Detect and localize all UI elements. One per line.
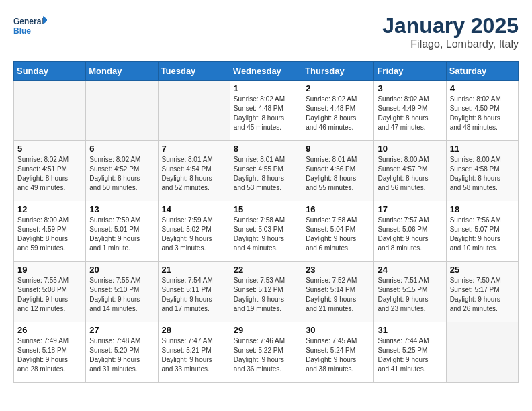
calendar-cell: 2Sunrise: 8:02 AM Sunset: 4:48 PM Daylig… — [302, 81, 374, 141]
day-number: 15 — [234, 204, 298, 214]
day-number: 29 — [234, 325, 298, 335]
day-info: Sunrise: 8:01 AM Sunset: 4:54 PM Dayligh… — [162, 155, 226, 193]
calendar-cell: 12Sunrise: 8:00 AM Sunset: 4:59 PM Dayli… — [14, 201, 86, 262]
weekday-header: Wednesday — [230, 62, 302, 81]
day-info: Sunrise: 7:44 AM Sunset: 5:25 PM Dayligh… — [378, 336, 442, 374]
logo-svg: General Blue — [13, 13, 47, 40]
calendar-cell: 10Sunrise: 8:00 AM Sunset: 4:57 PM Dayli… — [374, 141, 446, 201]
day-info: Sunrise: 7:56 AM Sunset: 5:07 PM Dayligh… — [450, 216, 515, 253]
calendar-cell: 30Sunrise: 7:45 AM Sunset: 5:24 PM Dayli… — [302, 322, 374, 383]
day-info: Sunrise: 7:58 AM Sunset: 5:04 PM Dayligh… — [306, 216, 370, 253]
day-number: 8 — [234, 144, 298, 154]
day-info: Sunrise: 8:02 AM Sunset: 4:48 PM Dayligh… — [306, 95, 370, 132]
day-number: 10 — [378, 144, 442, 154]
day-info: Sunrise: 8:01 AM Sunset: 4:55 PM Dayligh… — [234, 155, 298, 193]
day-info: Sunrise: 7:54 AM Sunset: 5:11 PM Dayligh… — [162, 276, 226, 314]
day-number: 16 — [306, 204, 370, 214]
calendar-cell: 28Sunrise: 7:47 AM Sunset: 5:21 PM Dayli… — [158, 322, 230, 383]
day-info: Sunrise: 7:50 AM Sunset: 5:17 PM Dayligh… — [450, 276, 515, 314]
weekday-header: Tuesday — [158, 62, 230, 81]
calendar-cell: 13Sunrise: 7:59 AM Sunset: 5:01 PM Dayli… — [86, 201, 158, 262]
calendar-subtitle: Filago, Lombardy, Italy — [382, 38, 519, 50]
day-number: 3 — [378, 83, 442, 93]
day-number: 26 — [17, 325, 82, 335]
weekday-header: Sunday — [14, 62, 86, 81]
calendar-cell: 17Sunrise: 7:57 AM Sunset: 5:06 PM Dayli… — [374, 201, 446, 262]
weekday-header: Thursday — [302, 62, 374, 81]
day-info: Sunrise: 8:02 AM Sunset: 4:48 PM Dayligh… — [234, 95, 298, 132]
day-number: 18 — [450, 204, 515, 214]
day-number: 24 — [378, 265, 442, 275]
day-info: Sunrise: 7:49 AM Sunset: 5:18 PM Dayligh… — [17, 336, 82, 374]
day-number: 19 — [17, 265, 82, 275]
calendar-cell: 5Sunrise: 8:02 AM Sunset: 4:51 PM Daylig… — [14, 141, 86, 201]
calendar-cell — [446, 322, 518, 383]
day-info: Sunrise: 7:47 AM Sunset: 5:21 PM Dayligh… — [162, 336, 226, 374]
calendar-cell: 19Sunrise: 7:55 AM Sunset: 5:08 PM Dayli… — [14, 262, 86, 322]
day-number: 14 — [162, 204, 226, 214]
svg-text:General: General — [13, 17, 44, 26]
calendar-cell: 31Sunrise: 7:44 AM Sunset: 5:25 PM Dayli… — [374, 322, 446, 383]
day-info: Sunrise: 7:55 AM Sunset: 5:08 PM Dayligh… — [17, 276, 82, 314]
calendar-cell: 4Sunrise: 8:02 AM Sunset: 4:50 PM Daylig… — [446, 81, 518, 141]
calendar-cell: 25Sunrise: 7:50 AM Sunset: 5:17 PM Dayli… — [446, 262, 518, 322]
weekday-header: Friday — [374, 62, 446, 81]
calendar-cell — [14, 81, 86, 141]
calendar-cell: 26Sunrise: 7:49 AM Sunset: 5:18 PM Dayli… — [14, 322, 86, 383]
day-number: 28 — [162, 325, 226, 335]
day-number: 30 — [306, 325, 370, 335]
calendar-cell — [158, 81, 230, 141]
day-number: 20 — [89, 265, 154, 275]
calendar-cell: 8Sunrise: 8:01 AM Sunset: 4:55 PM Daylig… — [230, 141, 302, 201]
day-number: 25 — [450, 265, 515, 275]
day-info: Sunrise: 8:00 AM Sunset: 4:57 PM Dayligh… — [378, 155, 442, 193]
day-number: 27 — [89, 325, 154, 335]
calendar-cell: 27Sunrise: 7:48 AM Sunset: 5:20 PM Dayli… — [86, 322, 158, 383]
day-info: Sunrise: 7:55 AM Sunset: 5:10 PM Dayligh… — [89, 276, 154, 314]
day-info: Sunrise: 8:00 AM Sunset: 4:58 PM Dayligh… — [450, 155, 515, 193]
day-number: 11 — [450, 144, 515, 154]
calendar-cell: 16Sunrise: 7:58 AM Sunset: 5:04 PM Dayli… — [302, 201, 374, 262]
day-number: 4 — [450, 83, 515, 93]
day-info: Sunrise: 7:59 AM Sunset: 5:02 PM Dayligh… — [162, 216, 226, 253]
calendar-cell: 22Sunrise: 7:53 AM Sunset: 5:12 PM Dayli… — [230, 262, 302, 322]
day-number: 5 — [17, 144, 82, 154]
day-info: Sunrise: 7:58 AM Sunset: 5:03 PM Dayligh… — [234, 216, 298, 253]
calendar-cell: 6Sunrise: 8:02 AM Sunset: 4:52 PM Daylig… — [86, 141, 158, 201]
calendar-week-row: 26Sunrise: 7:49 AM Sunset: 5:18 PM Dayli… — [14, 322, 519, 383]
day-info: Sunrise: 7:59 AM Sunset: 5:01 PM Dayligh… — [89, 216, 154, 253]
calendar-cell: 23Sunrise: 7:52 AM Sunset: 5:14 PM Dayli… — [302, 262, 374, 322]
calendar-cell: 3Sunrise: 8:02 AM Sunset: 4:49 PM Daylig… — [374, 81, 446, 141]
calendar-week-row: 5Sunrise: 8:02 AM Sunset: 4:51 PM Daylig… — [14, 141, 519, 201]
calendar-cell: 29Sunrise: 7:46 AM Sunset: 5:22 PM Dayli… — [230, 322, 302, 383]
day-number: 6 — [89, 144, 154, 154]
calendar-cell: 18Sunrise: 7:56 AM Sunset: 5:07 PM Dayli… — [446, 201, 518, 262]
calendar-cell: 15Sunrise: 7:58 AM Sunset: 5:03 PM Dayli… — [230, 201, 302, 262]
calendar-table: SundayMondayTuesdayWednesdayThursdayFrid… — [13, 61, 519, 383]
calendar-cell: 7Sunrise: 8:01 AM Sunset: 4:54 PM Daylig… — [158, 141, 230, 201]
svg-marker-2 — [43, 16, 47, 24]
day-number: 2 — [306, 83, 370, 93]
day-info: Sunrise: 8:02 AM Sunset: 4:49 PM Dayligh… — [378, 95, 442, 132]
calendar-cell: 21Sunrise: 7:54 AM Sunset: 5:11 PM Dayli… — [158, 262, 230, 322]
day-info: Sunrise: 7:51 AM Sunset: 5:15 PM Dayligh… — [378, 276, 442, 314]
day-number: 17 — [378, 204, 442, 214]
calendar-cell: 24Sunrise: 7:51 AM Sunset: 5:15 PM Dayli… — [374, 262, 446, 322]
day-info: Sunrise: 8:00 AM Sunset: 4:59 PM Dayligh… — [17, 216, 82, 253]
day-info: Sunrise: 7:52 AM Sunset: 5:14 PM Dayligh… — [306, 276, 370, 314]
calendar-cell — [86, 81, 158, 141]
weekday-header-row: SundayMondayTuesdayWednesdayThursdayFrid… — [14, 62, 519, 81]
weekday-header: Saturday — [446, 62, 518, 81]
calendar-week-row: 12Sunrise: 8:00 AM Sunset: 4:59 PM Dayli… — [14, 201, 519, 262]
day-info: Sunrise: 7:48 AM Sunset: 5:20 PM Dayligh… — [89, 336, 154, 374]
title-block: January 2025 Filago, Lombardy, Italy — [382, 13, 519, 50]
day-number: 12 — [17, 204, 82, 214]
calendar-cell: 9Sunrise: 8:01 AM Sunset: 4:56 PM Daylig… — [302, 141, 374, 201]
calendar-cell: 20Sunrise: 7:55 AM Sunset: 5:10 PM Dayli… — [86, 262, 158, 322]
logo: General Blue — [13, 13, 47, 40]
svg-text:Blue: Blue — [13, 26, 31, 36]
calendar-cell: 1Sunrise: 8:02 AM Sunset: 4:48 PM Daylig… — [230, 81, 302, 141]
day-info: Sunrise: 8:02 AM Sunset: 4:51 PM Dayligh… — [17, 155, 82, 193]
day-number: 23 — [306, 265, 370, 275]
page-header: General Blue January 2025 Filago, Lombar… — [13, 13, 519, 50]
